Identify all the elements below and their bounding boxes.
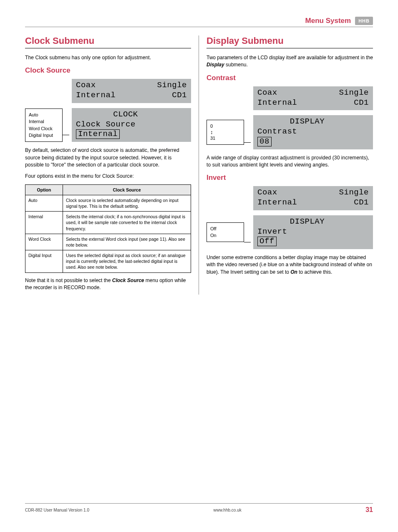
table-cell: Internal (25, 212, 63, 234)
column-left: Clock Submenu The Clock submenu has only… (25, 35, 199, 295)
contrast-range: 0 ↕ 31 (207, 120, 244, 145)
invert-lcd-bottom-screen: DISPLAY Invert Off (253, 215, 373, 249)
note-text: Note that it is not possible to select t… (25, 277, 112, 283)
list-item: Off (210, 225, 240, 232)
table-cell: Digital Input (25, 250, 63, 273)
desc-text: Under some extreme conditions a better d… (207, 255, 372, 275)
table-cell: Clock source is selected automatically d… (63, 195, 191, 211)
table-cell: Selects the internal clock; if a non-syn… (63, 212, 191, 234)
clock-source-note: Note that it is not possible to select t… (25, 277, 191, 292)
range-bottom: 31 (210, 135, 240, 142)
invert-lcd-top-screen: CoaxSingle InternalCD1 (253, 186, 373, 210)
invert-title: Invert (207, 174, 373, 182)
clock-lcd-bottom-screen: CLOCK Clock Source Internal (72, 108, 191, 142)
intro-bold: Display (207, 62, 224, 68)
table-head-option: Option (25, 184, 63, 195)
lcd-text: Internal (76, 91, 116, 101)
lcd-menu-title: DISPLAY (257, 117, 357, 127)
range-top: 0 (210, 123, 240, 130)
lcd-selected-value: Internal (76, 129, 120, 139)
table-row: Digital InputUses the selected digital i… (25, 250, 191, 273)
lcd-text: Coax (257, 188, 277, 198)
clock-source-title: Clock Source (25, 66, 191, 75)
list-item: On (210, 232, 240, 239)
invert-options: Off On (207, 222, 244, 242)
footer-center: www.hhb.co.uk (213, 508, 241, 512)
updown-arrow-icon: ↕ (210, 129, 240, 135)
table-row: Word ClockSelects the external Word cloc… (25, 234, 191, 250)
contrast-lcd-top: CoaxSingle InternalCD1 (253, 86, 373, 111)
lcd-text: Single (339, 188, 369, 198)
clock-submenu-intro: The Clock submenu has only one option fo… (25, 54, 191, 61)
lcd-text: Single (157, 81, 187, 91)
table-row: InternalSelects the internal clock; if a… (25, 212, 191, 234)
lcd-text: CD1 (354, 98, 369, 108)
note-bold: Clock Source (112, 277, 144, 283)
table-cell: Selects the external Word clock input (s… (63, 234, 191, 250)
invert-lcd-bottom-group: Off On DISPLAY Invert Off (207, 215, 373, 249)
page-header-title: Menu System (305, 17, 351, 25)
page-header: Menu System HHB (25, 17, 373, 27)
clock-lcd-bottom-group: Auto Internal Word Clock Digital Input C… (25, 108, 191, 142)
list-item: Digital Input (29, 132, 59, 139)
lcd-menu-title: CLOCK (76, 110, 175, 120)
invert-desc: Under some extreme conditions a better d… (207, 254, 373, 276)
table-cell: Word Clock (25, 234, 63, 250)
lcd-param-label: Clock Source (76, 120, 187, 130)
desc-text: to achieve this. (297, 269, 332, 275)
list-item: Word Clock (29, 125, 59, 132)
page-number: 31 (365, 506, 373, 514)
contrast-lcd-bottom-screen: DISPLAY Contrast 08 (253, 115, 373, 149)
table-cell: Uses the selected digital input as clock… (63, 250, 191, 273)
page-footer: CDR-882 User Manual Version 1.0 www.hhb.… (25, 503, 373, 514)
intro-text: submenu. (224, 62, 248, 68)
connector-line (244, 142, 251, 143)
table-cell: Auto (25, 195, 63, 211)
clock-lcd-top-screen: CoaxSingle InternalCD1 (72, 79, 191, 103)
lcd-text: Single (339, 88, 369, 98)
invert-lcd-top: CoaxSingle InternalCD1 (253, 186, 373, 210)
footer-left: CDR-882 User Manual Version 1.0 (25, 508, 89, 512)
lcd-text: Internal (257, 198, 297, 208)
contrast-lcd-top-screen: CoaxSingle InternalCD1 (253, 86, 373, 111)
clock-lcd-top: CoaxSingle InternalCD1 (72, 79, 191, 103)
brand-logo: HHB (355, 17, 373, 25)
display-submenu-intro: Two parameters of the LCD display itself… (207, 54, 373, 69)
clock-source-para2: Four options exist in the menu for Clock… (25, 173, 191, 180)
lcd-selected-value: 08 (257, 137, 272, 146)
connector-line (244, 242, 251, 242)
columns: Clock Submenu The Clock submenu has only… (25, 35, 373, 295)
table-head-desc: Clock Source (63, 184, 191, 195)
lcd-param-label: Invert (257, 227, 369, 237)
clock-source-options: Auto Internal Word Clock Digital Input (25, 108, 63, 142)
lcd-text: CD1 (354, 198, 369, 208)
list-item: Internal (29, 118, 59, 125)
connector-line (63, 135, 69, 135)
lcd-text: Internal (257, 98, 297, 108)
contrast-title: Contrast (207, 74, 373, 82)
clock-source-table: Option Clock Source AutoClock source is … (25, 184, 191, 273)
contrast-lcd-bottom-group: 0 ↕ 31 DISPLAY Contrast 08 (207, 115, 373, 149)
lcd-param-label: Contrast (257, 127, 369, 137)
display-submenu-title: Display Submenu (207, 35, 373, 48)
clock-source-para1: By default, selection of word clock sour… (25, 147, 191, 169)
lcd-text: Coax (257, 88, 277, 98)
desc-bold: On (290, 269, 297, 275)
table-row: AutoClock source is selected automatical… (25, 195, 191, 211)
intro-text: Two parameters of the LCD display itself… (207, 55, 373, 61)
clock-submenu-title: Clock Submenu (25, 35, 191, 48)
lcd-menu-title: DISPLAY (257, 217, 357, 227)
lcd-text: CD1 (172, 91, 187, 101)
list-item: Auto (29, 111, 59, 119)
contrast-desc: A wide range of display contrast adjustm… (207, 154, 373, 169)
lcd-selected-value: Off (257, 237, 277, 246)
column-right: Display Submenu Two parameters of the LC… (199, 35, 373, 295)
lcd-text: Coax (76, 81, 96, 91)
